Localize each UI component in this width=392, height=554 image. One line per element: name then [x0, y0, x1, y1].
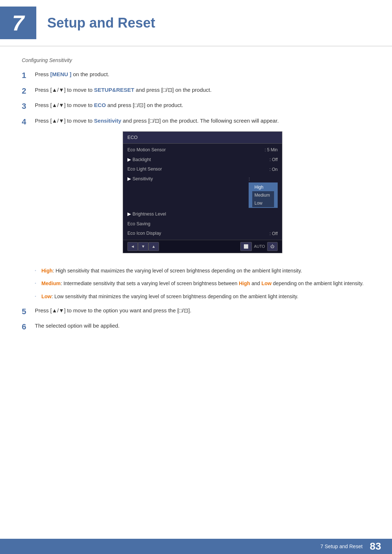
eco-row-light-sensor-label: Eco Light Sensor	[127, 166, 269, 173]
header: 7 Setup and Reset	[0, 0, 392, 46]
footer-btn-display[interactable]: ⬜	[240, 242, 252, 251]
step-number-5: 5	[22, 307, 35, 317]
sensitivity-arrow: ▶	[127, 176, 131, 182]
eco-menu-rows: Eco Motion Sensor : 5 Min ▶ Backlight : …	[123, 144, 282, 240]
footer-btn-power[interactable]: ⏻	[267, 242, 278, 251]
section-title: Configuring Sensitivity	[22, 57, 370, 63]
setup-reset-highlight: SETUP&RESET	[94, 87, 134, 93]
step-text-1: Press [MENU ] on the product.	[35, 70, 370, 79]
sub-bullet-high: ◦	[35, 268, 41, 272]
eco-row-brightness-label: Brightness Level	[132, 211, 278, 218]
eco-row-icon-display-label: Eco Icon Display	[127, 230, 270, 237]
sub-bullet-medium: ◦	[35, 281, 41, 285]
eco-row-backlight-label: Backlight	[132, 156, 270, 163]
brightness-arrow: ▶	[127, 211, 131, 218]
eco-row-motion: Eco Motion Sensor : 5 Min	[123, 145, 282, 155]
footer-auto-label: AUTO	[254, 243, 265, 250]
eco-menu-screenshot: ECO Eco Motion Sensor : 5 Min ▶ Backligh…	[123, 131, 282, 253]
step-3: 3 Press [▲/▼] to move to ECO and press […	[22, 101, 370, 112]
eco-row-backlight-value: : Off	[270, 156, 278, 163]
step-text-3: Press [▲/▼] to move to ECO and press [□/…	[35, 101, 370, 110]
main-content: Configuring Sensitivity 1 Press [MENU ] …	[0, 57, 392, 332]
step-6: 6 The selected option will be applied.	[22, 322, 370, 332]
eco-row-saving-label: Eco Saving	[127, 221, 278, 227]
steps-list: 1 Press [MENU ] on the product. 2 Press …	[22, 70, 370, 260]
eco-row-sensitivity-label: Sensitivity	[132, 176, 249, 182]
low-ref: Low	[261, 280, 271, 286]
dropdown-option-low[interactable]: Low	[252, 199, 274, 207]
high-ref: High	[239, 280, 250, 286]
sub-text-medium: Medium: Intermediate sensitivity that se…	[41, 280, 364, 288]
eco-highlight: ECO	[94, 102, 106, 108]
step-text-6: The selected option will be applied.	[35, 322, 370, 330]
eco-row-backlight: ▶ Backlight : Off	[123, 155, 282, 165]
chapter-number-box: 7	[0, 7, 36, 39]
step-4: 4 Press [▲/▼] to move to Sensitivity and…	[22, 117, 370, 260]
sensitivity-highlight: Sensitivity	[94, 118, 121, 124]
eco-menu-footer: ◄ ▼ ▲ ⬜ AUTO ⏻	[123, 240, 282, 253]
step-number-1: 1	[22, 70, 35, 81]
sub-text-high: High: High sensitivity that maximizes th…	[41, 267, 302, 275]
sub-item-low: ◦ Low: Low sensitivity that minimizes th…	[35, 293, 370, 301]
dropdown-option-high[interactable]: High	[252, 183, 274, 191]
step-text-4: Press [▲/▼] to move to Sensitivity and p…	[35, 117, 370, 260]
page-number: 83	[370, 541, 381, 552]
steps-list-2: 5 Press [▲/▼] to move to the option you …	[22, 307, 370, 332]
chapter-number: 7	[12, 11, 24, 36]
eco-row-light-sensor-value: : On	[269, 166, 278, 173]
footer-chapter-label: 7 Setup and Reset	[320, 543, 363, 549]
step-2: 2 Press [▲/▼] to move to SETUP&RESET and…	[22, 86, 370, 97]
sub-bullet-low: ◦	[35, 294, 41, 298]
eco-row-icon-display-value: : Off	[270, 230, 278, 237]
sensitivity-dropdown: : High Medium Low	[249, 176, 278, 208]
backlight-arrow: ▶	[127, 156, 131, 163]
footer-btn-left[interactable]: ◄	[127, 242, 138, 251]
footer-btn-up[interactable]: ▲	[148, 242, 159, 251]
eco-row-saving: Eco Saving	[123, 219, 282, 229]
sub-text-low: Low: Low sensitivity that minimizes the …	[41, 293, 298, 301]
dropdown-box: High Medium Low	[249, 182, 278, 208]
step-number-2: 2	[22, 86, 35, 97]
step-number-6: 6	[22, 322, 35, 332]
step-1: 1 Press [MENU ] on the product.	[22, 70, 370, 81]
menu-highlight: [MENU ]	[50, 71, 72, 77]
chapter-title: Setup and Reset	[47, 15, 155, 31]
eco-row-motion-value: : 5 Min	[265, 147, 278, 153]
sub-item-high: ◦ High: High sensitivity that maximizes …	[35, 267, 370, 275]
eco-row-light-sensor: Eco Light Sensor : On	[123, 164, 282, 174]
footer-btn-down[interactable]: ▼	[138, 242, 148, 251]
sub-item-medium: ◦ Medium: Intermediate sensitivity that …	[35, 280, 370, 288]
step-number-4: 4	[22, 117, 35, 127]
eco-row-motion-label: Eco Motion Sensor	[127, 147, 265, 153]
page-footer: 7 Setup and Reset 83	[0, 539, 392, 554]
step-text-2: Press [▲/▼] to move to SETUP&RESET and p…	[35, 86, 370, 94]
step-5: 5 Press [▲/▼] to move to the option you …	[22, 307, 370, 317]
eco-menu-header: ECO	[123, 132, 282, 144]
sub-items: ◦ High: High sensitivity that maximizes …	[35, 267, 370, 301]
high-term: High	[41, 268, 53, 274]
eco-row-sensitivity: ▶ Sensitivity : High Medium Low	[123, 174, 282, 209]
step-number-3: 3	[22, 101, 35, 112]
low-term: Low	[41, 294, 52, 299]
eco-row-brightness: ▶ Brightness Level	[123, 209, 282, 219]
eco-row-icon-display: Eco Icon Display : Off	[123, 229, 282, 238]
medium-term: Medium	[41, 280, 61, 286]
step-text-5: Press [▲/▼] to move to the option you wa…	[35, 307, 370, 315]
dropdown-option-medium[interactable]: Medium	[252, 191, 274, 199]
